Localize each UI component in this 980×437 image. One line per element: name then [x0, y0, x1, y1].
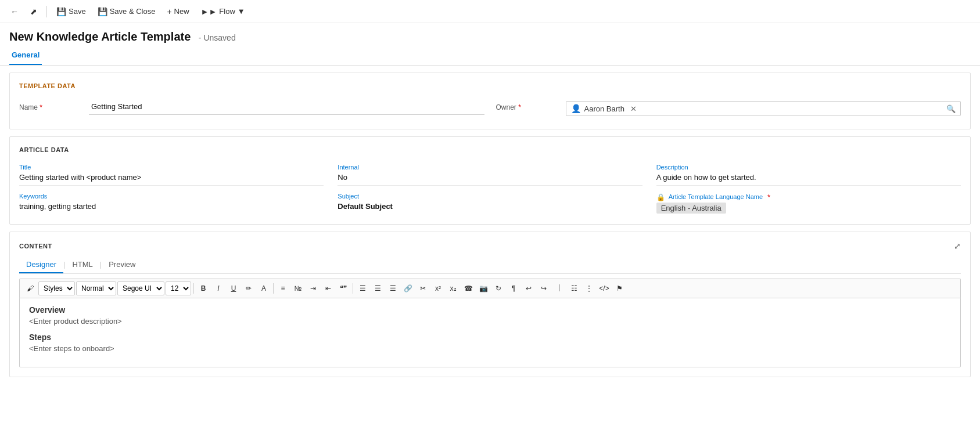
name-row: Name Getting Started — [19, 97, 484, 118]
table-button[interactable]: ☷ — [567, 281, 581, 295]
bold-button[interactable]: B — [196, 281, 210, 295]
owner-label: Owner — [496, 101, 566, 111]
rtl-button[interactable]: ↻ — [491, 281, 505, 295]
back-icon: ← — [10, 7, 19, 16]
flow-button[interactable]: ►► Flow ▼ — [196, 5, 250, 19]
editor-heading-2: Steps — [29, 333, 951, 342]
ordered-list-button[interactable]: № — [291, 281, 305, 295]
main-toolbar: ← ⬈ 💾 Save 💾 Save & Close + New ►► Flow … — [0, 0, 980, 23]
flow-icon: ►► — [201, 7, 217, 16]
unordered-list-button[interactable]: ≡ — [276, 281, 290, 295]
article-col-3: Description A guide on how to get starte… — [656, 161, 961, 215]
description-value: A guide on how to get started. — [656, 172, 961, 183]
unsaved-label: - Unsaved — [199, 33, 236, 42]
article-data-grid: Title Getting started with <product name… — [19, 161, 961, 215]
template-data-left: Name Getting Started — [19, 97, 484, 120]
title-field: Title Getting started with <product name… — [19, 161, 324, 186]
template-data-grid: Name Getting Started Owner 👤 Aaron Barth… — [19, 97, 961, 120]
lang-label: Article Template Language Name — [669, 193, 763, 200]
internal-label: Internal — [338, 164, 642, 171]
expand-button[interactable]: ⤢ — [954, 241, 961, 251]
owner-field[interactable]: 👤 Aaron Barth ✕ 🔍 — [566, 101, 961, 116]
highlight-button[interactable]: ✏ — [242, 281, 256, 295]
tab-html[interactable]: HTML — [65, 257, 99, 273]
unlink-button[interactable]: ✂ — [416, 281, 430, 295]
article-col-1: Title Getting started with <product name… — [19, 161, 324, 215]
subscript-button[interactable]: x₂ — [446, 281, 460, 295]
save-button[interactable]: 💾 Save — [52, 5, 91, 19]
content-section: CONTENT ⤢ Designer | HTML | Preview 🖌 St… — [9, 232, 971, 377]
owner-search-icon[interactable]: 🔍 — [946, 104, 956, 113]
indent-button[interactable]: ⇥ — [306, 281, 320, 295]
image-button[interactable]: 📷 — [476, 281, 490, 295]
editor-body[interactable]: Overview <Enter product description> Ste… — [19, 298, 961, 367]
styles-select[interactable]: Styles — [38, 281, 75, 295]
tab-general[interactable]: General — [9, 46, 42, 65]
flow-dropdown-icon: ▼ — [238, 7, 245, 16]
template-data-right: Owner 👤 Aaron Barth ✕ 🔍 — [496, 97, 961, 120]
blockquote-button[interactable]: ❝❞ — [336, 281, 350, 295]
subject-value[interactable]: Default Subject — [338, 201, 642, 212]
article-col-2: Internal No Subject Default Subject — [338, 161, 642, 215]
person-icon: 👤 — [571, 104, 581, 113]
source-button[interactable]: ⏐ — [552, 281, 566, 295]
format-select[interactable]: Normal — [76, 281, 116, 295]
save-close-icon: 💾 — [98, 7, 107, 16]
size-select[interactable]: 12 — [166, 281, 191, 295]
owner-clear-button[interactable]: ✕ — [630, 104, 637, 113]
new-button[interactable]: + New — [162, 5, 193, 19]
article-data-section: ARTICLE DATA Title Getting started with … — [9, 136, 971, 225]
lock-icon: 🔒 — [656, 193, 665, 201]
name-value[interactable]: Getting Started — [89, 101, 484, 115]
font-color-button[interactable]: A — [257, 281, 271, 295]
editor-placeholder-1: <Enter product description> — [29, 317, 951, 326]
link-button[interactable]: 🔗 — [401, 281, 415, 295]
toolbar-separator — [46, 6, 47, 17]
language-field: 🔒 Article Template Language Name * Engli… — [656, 190, 961, 215]
italic-button[interactable]: I — [211, 281, 225, 295]
tab-preview[interactable]: Preview — [102, 257, 142, 273]
owner-row: Owner 👤 Aaron Barth ✕ 🔍 — [496, 97, 961, 120]
lang-value[interactable]: English - Australia — [656, 203, 726, 214]
ltr-button[interactable]: ¶ — [507, 281, 520, 295]
page-title: New Knowledge Article Template - Unsaved — [9, 30, 236, 43]
outdent-button[interactable]: ⇤ — [321, 281, 335, 295]
name-label: Name — [19, 101, 89, 111]
align-left-button[interactable]: ☰ — [356, 281, 369, 295]
keywords-field: Keywords training, getting started — [19, 190, 324, 214]
lang-field-inner: 🔒 Article Template Language Name * — [656, 193, 961, 201]
editor-placeholder-2: <Enter steps to onboard> — [29, 344, 951, 353]
share-button[interactable]: ⬈ — [26, 5, 42, 19]
code-button[interactable]: </> — [597, 281, 611, 295]
title-value[interactable]: Getting started with <product name> — [19, 172, 324, 183]
owner-name: Aaron Barth — [584, 104, 624, 113]
align-right-button[interactable]: ☰ — [386, 281, 400, 295]
content-title: CONTENT — [19, 243, 52, 250]
save-close-button[interactable]: 💾 Save & Close — [93, 5, 160, 19]
new-icon: + — [167, 7, 171, 16]
align-center-button[interactable]: ☰ — [371, 281, 385, 295]
underline-button[interactable]: U — [227, 281, 240, 295]
list-button[interactable]: ⋮ — [582, 281, 596, 295]
special-char-button[interactable]: ☎ — [461, 281, 475, 295]
article-data-title: ARTICLE DATA — [19, 146, 961, 153]
tab-designer[interactable]: Designer — [19, 257, 63, 273]
toolbar-sep-1 — [193, 283, 194, 294]
superscript-button[interactable]: x² — [431, 281, 445, 295]
save-icon: 💾 — [56, 7, 66, 16]
keywords-value[interactable]: training, getting started — [19, 201, 324, 212]
editor-heading-1: Overview — [29, 305, 951, 315]
editor-brush-button[interactable]: 🖌 — [23, 281, 37, 295]
editor-toolbar: 🖌 Styles Normal Segoe UI 12 B I U ✏ A ≡ … — [19, 279, 961, 298]
keywords-label: Keywords — [19, 193, 324, 200]
flag-button[interactable]: ⚑ — [612, 281, 626, 295]
internal-value: No — [338, 172, 642, 183]
font-select[interactable]: Segoe UI — [117, 281, 164, 295]
undo-button[interactable]: ↩ — [522, 281, 536, 295]
back-button[interactable]: ← — [6, 5, 23, 19]
toolbar-sep-3 — [353, 283, 353, 294]
description-label: Description — [656, 164, 961, 171]
toolbar-sep-2 — [273, 283, 274, 294]
redo-button[interactable]: ↪ — [537, 281, 551, 295]
template-data-title: TEMPLATE DATA — [19, 82, 961, 89]
